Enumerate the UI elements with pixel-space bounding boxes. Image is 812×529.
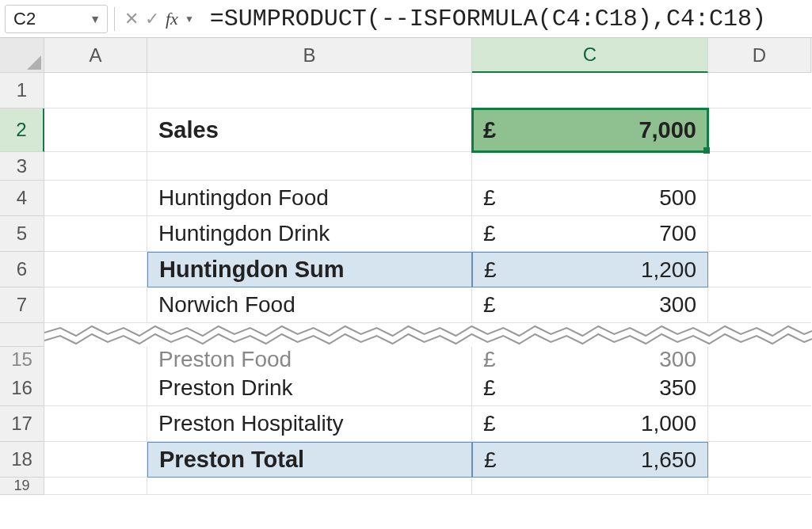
col-header-b[interactable]: B xyxy=(147,38,472,73)
table-row: 6 Huntingdon Sum £ 1,200 xyxy=(0,252,812,287)
row-header-16[interactable]: 16 xyxy=(0,371,44,406)
fx-icon[interactable]: fx xyxy=(166,9,178,29)
cell-d2[interactable] xyxy=(708,108,811,152)
cell-a7[interactable] xyxy=(44,287,147,323)
cell-b2[interactable]: Sales xyxy=(147,108,472,152)
cell-a15[interactable] xyxy=(44,347,147,371)
cell-b5[interactable]: Huntingdon Drink xyxy=(147,216,472,252)
cell-c16[interactable]: £ 350 xyxy=(472,371,708,406)
cell-d15[interactable] xyxy=(708,347,811,371)
currency-symbol: £ xyxy=(483,292,496,318)
cell-b18[interactable]: Preston Total xyxy=(147,442,472,478)
row-header-18[interactable]: 18 xyxy=(0,442,44,478)
cell-b17[interactable]: Preston Hospitality xyxy=(147,406,472,442)
table-row: 5 Huntingdon Drink £ 700 xyxy=(0,216,812,252)
cell-b7[interactable]: Norwich Food xyxy=(147,287,472,323)
cell-value: 700 xyxy=(659,221,696,246)
cell-d19[interactable] xyxy=(708,478,811,495)
cell-d17[interactable] xyxy=(708,406,811,442)
currency-symbol: £ xyxy=(483,117,496,143)
table-row: 7 Norwich Food £ 300 xyxy=(0,287,812,323)
cell-c3[interactable] xyxy=(472,152,708,181)
chevron-down-icon[interactable]: ▼ xyxy=(90,13,101,25)
table-row: 3 xyxy=(0,152,812,181)
cell-d6[interactable] xyxy=(708,252,811,287)
cell-value: 500 xyxy=(659,185,696,211)
currency-symbol: £ xyxy=(483,185,496,211)
cell-b3[interactable] xyxy=(147,152,472,181)
cell-d18[interactable] xyxy=(708,442,811,478)
confirm-icon[interactable]: ✓ xyxy=(145,9,159,29)
cell-b19[interactable] xyxy=(147,478,472,495)
formula-input[interactable]: =SUMPRODUCT(--ISFORMULA(C4:C18),C4:C18) xyxy=(202,6,812,32)
row-header-7[interactable]: 7 xyxy=(0,287,44,323)
currency-symbol: £ xyxy=(483,221,496,246)
table-row: 18 Preston Total £ 1,650 xyxy=(0,442,812,478)
row-header-5[interactable]: 5 xyxy=(0,216,44,252)
cell-c2[interactable]: £ 7,000 xyxy=(472,108,708,152)
cell-c17[interactable]: £ 1,000 xyxy=(472,406,708,442)
row-header-2[interactable]: 2 xyxy=(0,108,44,152)
cell-d16[interactable] xyxy=(708,371,811,406)
cell-c19[interactable] xyxy=(472,478,708,495)
cell-d7[interactable] xyxy=(708,287,811,323)
chevron-down-icon[interactable]: ▼ xyxy=(185,13,194,25)
cell-value: 7,000 xyxy=(639,117,696,143)
select-all-icon xyxy=(27,55,41,70)
col-header-a[interactable]: A xyxy=(44,38,147,73)
cell-c18[interactable]: £ 1,650 xyxy=(472,442,708,478)
cell-a19[interactable] xyxy=(44,478,147,495)
col-header-c[interactable]: C xyxy=(472,38,708,73)
cell-a6[interactable] xyxy=(44,252,147,287)
cell-b4[interactable]: Huntingdon Food xyxy=(147,181,472,216)
cancel-icon[interactable]: ✕ xyxy=(124,9,139,29)
cell-value: 1,000 xyxy=(641,411,696,436)
name-box-value: C2 xyxy=(13,9,36,29)
cell-c4[interactable]: £ 500 xyxy=(472,181,708,216)
cell-value: 350 xyxy=(659,375,696,401)
cell-a17[interactable] xyxy=(44,406,147,442)
name-box[interactable]: C2 ▼ xyxy=(5,5,108,33)
cell-d4[interactable] xyxy=(708,181,811,216)
cell-a2[interactable] xyxy=(44,108,147,152)
formula-bar: C2 ▼ ✕ ✓ fx ▼ =SUMPRODUCT(--ISFORMULA(C4… xyxy=(0,0,812,38)
row-header-4[interactable]: 4 xyxy=(0,181,44,216)
cell-b1[interactable] xyxy=(147,73,472,108)
row-header-3[interactable]: 3 xyxy=(0,152,44,181)
cell-value: 300 xyxy=(659,347,696,371)
row-header-15[interactable]: 15 xyxy=(0,347,44,371)
cell-a18[interactable] xyxy=(44,442,147,478)
cell-c1[interactable] xyxy=(472,73,708,108)
cell-a4[interactable] xyxy=(44,181,147,216)
cell-c5[interactable]: £ 700 xyxy=(472,216,708,252)
spreadsheet-grid: 1 2 Sales £ 7,000 3 4 Huntingdon Food £ … xyxy=(0,73,812,492)
currency-symbol: £ xyxy=(483,375,496,401)
col-header-d[interactable]: D xyxy=(708,38,811,73)
cell-a5[interactable] xyxy=(44,216,147,252)
row-header-6[interactable]: 6 xyxy=(0,252,44,287)
cell-d5[interactable] xyxy=(708,216,811,252)
cell-a3[interactable] xyxy=(44,152,147,181)
row-header-17[interactable]: 17 xyxy=(0,406,44,442)
cell-b16[interactable]: Preston Drink xyxy=(147,371,472,406)
cell-value: 1,650 xyxy=(641,447,696,473)
cell-a16[interactable] xyxy=(44,371,147,406)
cell-a1[interactable] xyxy=(44,73,147,108)
table-row: 4 Huntingdon Food £ 500 xyxy=(0,181,812,216)
cell-b15[interactable]: Preston Food xyxy=(147,347,472,371)
cell-c15[interactable]: £ 300 xyxy=(472,347,708,371)
table-row: 17 Preston Hospitality £ 1,000 xyxy=(0,406,812,442)
row-header-19[interactable]: 19 xyxy=(0,478,44,495)
cell-d1[interactable] xyxy=(708,73,811,108)
cell-value: 1,200 xyxy=(641,257,696,283)
row-header-1[interactable]: 1 xyxy=(0,73,44,108)
select-all-cell[interactable] xyxy=(0,38,44,73)
currency-symbol: £ xyxy=(483,347,496,371)
cell-c6[interactable]: £ 1,200 xyxy=(472,252,708,287)
cell-d3[interactable] xyxy=(708,152,811,181)
cell-c7[interactable]: £ 300 xyxy=(472,287,708,323)
table-row: 15 Preston Food £ 300 xyxy=(0,347,812,371)
formula-bar-buttons: ✕ ✓ fx ▼ xyxy=(116,9,202,29)
cell-value: 300 xyxy=(659,292,696,318)
cell-b6[interactable]: Huntingdon Sum xyxy=(147,252,472,287)
